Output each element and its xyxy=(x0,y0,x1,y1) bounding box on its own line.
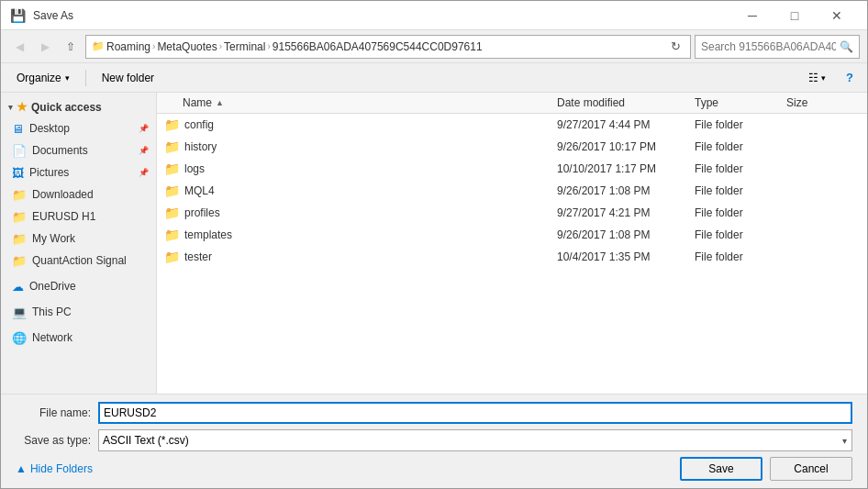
file-date: 9/26/2017 10:17 PM xyxy=(557,140,695,153)
quick-access-section: ▾ ★ Quick access 🖥 Desktop 📌 📄 Documents… xyxy=(1,96,156,272)
type-col-label: Type xyxy=(695,96,718,109)
table-row[interactable]: 📁 templates 9/26/2017 1:08 PM File folde… xyxy=(157,224,867,246)
sidebar-item-eurusd-h1[interactable]: 📁 EURUSD H1 xyxy=(1,206,156,228)
file-name: history xyxy=(184,140,557,153)
dialog-buttons: Save Cancel xyxy=(680,457,852,481)
table-row[interactable]: 📁 tester 10/4/2017 1:35 PM File folder xyxy=(157,246,867,268)
sidebar-item-network[interactable]: 🌐 Network xyxy=(1,327,156,349)
breadcrumb-roaming[interactable]: 📁 Roaming xyxy=(92,40,150,53)
breadcrumb: 📁 Roaming › MetaQuotes › Terminal › 9155… xyxy=(92,40,483,53)
sort-arrow-icon: ▲ xyxy=(216,98,224,107)
sidebar-item-documents[interactable]: 📄 Documents 📌 xyxy=(1,139,156,161)
title-bar: 💾 Save As ─ □ ✕ xyxy=(1,1,867,30)
breadcrumb-terminal[interactable]: Terminal xyxy=(224,40,265,53)
saveas-select-wrapper: ASCII Text (*.csv) xyxy=(98,429,852,451)
downloaded-folder-icon: 📁 xyxy=(12,188,27,202)
date-col-label: Date modified xyxy=(557,96,625,109)
hide-folders-icon: ▲ xyxy=(16,462,27,475)
onedrive-icon: ☁ xyxy=(12,280,24,294)
file-rows-container: 📁 config 9/27/2017 4:44 PM File folder 📁… xyxy=(157,114,867,268)
pin-icon: 📌 xyxy=(139,124,149,133)
network-section: 🌐 Network xyxy=(1,327,156,349)
button-row: ▲ Hide Folders Save Cancel xyxy=(16,457,852,481)
table-row[interactable]: 📁 MQL4 9/26/2017 1:08 PM File folder xyxy=(157,180,867,202)
col-name-header[interactable]: Name ▲ xyxy=(183,96,557,109)
quick-access-icon: ★ xyxy=(17,100,28,114)
size-col-label: Size xyxy=(786,96,807,109)
sidebar-item-onedrive[interactable]: ☁ OneDrive xyxy=(1,275,156,297)
close-button[interactable]: ✕ xyxy=(816,2,858,29)
maximize-button[interactable]: □ xyxy=(773,2,816,29)
table-row[interactable]: 📁 history 9/26/2017 10:17 PM File folder xyxy=(157,136,867,158)
sidebar-item-quantaction[interactable]: 📁 QuantAction Signal xyxy=(1,250,156,272)
address-bar[interactable]: 📁 Roaming › MetaQuotes › Terminal › 9155… xyxy=(85,35,691,59)
sidebar-item-downloaded-label: Downloaded xyxy=(32,188,94,201)
saveas-select[interactable]: ASCII Text (*.csv) xyxy=(98,429,852,451)
filename-label: File name: xyxy=(16,406,98,419)
hide-folders-label: Hide Folders xyxy=(30,462,93,475)
sep1: › xyxy=(152,41,155,51)
folder-icon: 📁 xyxy=(164,161,179,176)
sidebar-item-thispc[interactable]: 💻 This PC xyxy=(1,301,156,323)
window-title: Save As xyxy=(33,9,73,22)
refresh-button[interactable]: ↻ xyxy=(667,38,684,55)
folder-icon: 📁 xyxy=(164,139,179,154)
file-type: File folder xyxy=(695,228,786,241)
main-content: ▾ ★ Quick access 🖥 Desktop 📌 📄 Documents… xyxy=(1,93,867,394)
search-box[interactable]: 🔍 xyxy=(695,35,860,59)
forward-button[interactable]: ▶ xyxy=(34,36,56,58)
search-input[interactable] xyxy=(701,40,836,53)
file-date: 10/10/2017 1:17 PM xyxy=(557,162,695,175)
back-button[interactable]: ◀ xyxy=(8,36,30,58)
breadcrumb-hash[interactable]: 915566BA06ADA407569C544CC0D97611 xyxy=(273,40,483,53)
table-row[interactable]: 📁 profiles 9/27/2017 4:21 PM File folder xyxy=(157,202,867,224)
table-row[interactable]: 📁 config 9/27/2017 4:44 PM File folder xyxy=(157,114,867,136)
sidebar-item-pictures[interactable]: 🖼 Pictures 📌 xyxy=(1,161,156,183)
name-col-label: Name xyxy=(183,96,212,109)
window-icon: 💾 xyxy=(10,8,26,23)
table-row[interactable]: 📁 logs 10/10/2017 1:17 PM File folder xyxy=(157,158,867,180)
organize-chevron-icon: ▾ xyxy=(65,73,70,83)
organize-button[interactable]: Organize ▾ xyxy=(8,68,78,88)
new-folder-button[interactable]: New folder xyxy=(94,68,162,88)
file-name: tester xyxy=(184,250,557,263)
file-type: File folder xyxy=(695,250,786,263)
sidebar-item-downloaded[interactable]: 📁 Downloaded xyxy=(1,183,156,206)
filename-input[interactable] xyxy=(98,402,852,424)
hide-folders-button[interactable]: ▲ Hide Folders xyxy=(16,462,93,475)
sidebar: ▾ ★ Quick access 🖥 Desktop 📌 📄 Documents… xyxy=(1,93,157,394)
file-date: 9/26/2017 1:08 PM xyxy=(557,184,695,197)
sidebar-item-eurusd-label: EURUSD H1 xyxy=(32,210,95,223)
col-size-header[interactable]: Size xyxy=(786,96,860,109)
save-button[interactable]: Save xyxy=(680,457,762,481)
sidebar-item-onedrive-label: OneDrive xyxy=(29,280,76,293)
quantaction-folder-icon: 📁 xyxy=(12,254,27,268)
quick-access-header[interactable]: ▾ ★ Quick access xyxy=(1,96,156,117)
sep2: › xyxy=(219,41,222,51)
file-name: logs xyxy=(184,162,557,175)
cancel-button[interactable]: Cancel xyxy=(770,457,852,481)
sidebar-item-quantaction-label: QuantAction Signal xyxy=(32,254,127,267)
search-icon: 🔍 xyxy=(840,40,853,53)
breadcrumb-metaquotes[interactable]: MetaQuotes xyxy=(157,40,217,53)
file-date: 9/27/2017 4:21 PM xyxy=(557,206,695,219)
eurusdh1-folder-icon: 📁 xyxy=(12,210,27,224)
col-date-header[interactable]: Date modified xyxy=(557,96,695,109)
folder-icon: 📁 xyxy=(164,228,179,242)
sidebar-item-my-work[interactable]: 📁 My Work xyxy=(1,228,156,250)
folder-icon: 📁 xyxy=(164,206,179,220)
view-button[interactable]: ☷ ▾ xyxy=(802,68,832,88)
minimize-button[interactable]: ─ xyxy=(731,2,773,29)
new-folder-label: New folder xyxy=(102,72,154,84)
help-button[interactable]: ? xyxy=(840,68,860,88)
file-name: templates xyxy=(184,228,557,241)
network-icon: 🌐 xyxy=(12,331,27,345)
file-type: File folder xyxy=(695,184,786,197)
file-type: File folder xyxy=(695,118,786,131)
up-button[interactable]: ⇧ xyxy=(60,36,82,58)
file-name: config xyxy=(184,118,557,131)
col-type-header[interactable]: Type xyxy=(695,96,786,109)
sidebar-item-network-label: Network xyxy=(32,331,72,344)
sidebar-item-desktop[interactable]: 🖥 Desktop 📌 xyxy=(1,117,156,139)
sidebar-item-mywork-label: My Work xyxy=(32,232,75,245)
